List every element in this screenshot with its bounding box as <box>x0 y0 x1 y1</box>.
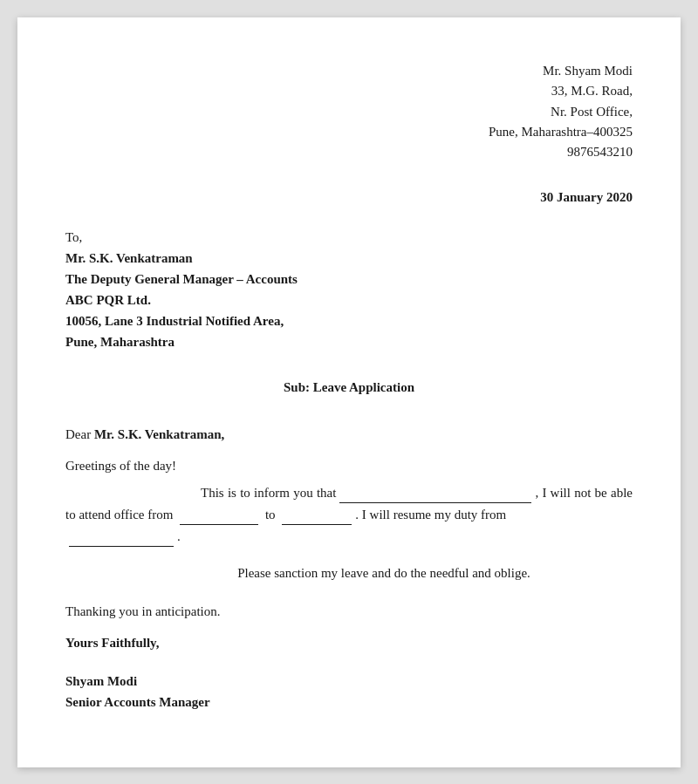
recipient-title: The Deputy General Manager – Accounts <box>65 272 298 286</box>
thanking-block: Thanking you in anticipation. <box>65 601 633 622</box>
salutation-text: Dear <box>65 427 94 441</box>
sender-address-line3: Pune, Maharashtra–400325 <box>489 125 633 139</box>
salutation-block: Dear Mr. S.K. Venkatraman, <box>65 424 633 445</box>
yours-faithfully-block: Yours Faithfully, <box>65 632 633 653</box>
recipient-name: Mr. S.K. Venkatraman <box>65 251 193 265</box>
sender-name: Mr. Shyam Modi <box>543 64 633 78</box>
recipient-company: ABC PQR Ltd. <box>65 293 151 307</box>
signatory-title-block: Senior Accounts Manager <box>65 692 633 712</box>
blank-from-date <box>180 503 258 525</box>
subject-text: Sub: Leave Application <box>284 380 414 394</box>
recipient-block: To, Mr. S.K. Venkatraman The Deputy Gene… <box>65 227 633 352</box>
signatory-title: Senior Accounts Manager <box>65 695 210 709</box>
salutation-name: Mr. S.K. Venkatraman, <box>94 427 224 441</box>
letter-page: Mr. Shyam Modi 33, M.G. Road, Nr. Post O… <box>17 17 681 767</box>
date-block: 30 January 2020 <box>65 187 633 208</box>
subject-block: Sub: Leave Application <box>65 377 633 398</box>
blank-resume-date <box>69 525 174 547</box>
body-paragraph1: This is to inform you that , I will not … <box>65 481 633 525</box>
sender-address-line2: Nr. Post Office, <box>551 105 633 119</box>
greeting-line: Greetings of the day! <box>65 455 633 476</box>
signatory-name-block: Shyam Modi <box>65 671 633 692</box>
body-paragraph1-continued: . <box>65 525 633 547</box>
body-paragraph2: Please sanction my leave and do the need… <box>65 562 633 583</box>
yours-faithfully-text: Yours Faithfully, <box>65 636 160 650</box>
sender-phone: 9876543210 <box>567 145 633 159</box>
paragraph2-text: Please sanction my leave and do the need… <box>237 566 530 580</box>
recipient-address2: Pune, Maharashtra <box>65 335 174 349</box>
closing-section: Thanking you in anticipation. Yours Fait… <box>65 601 633 653</box>
p1-before-blank: This is to inform you that <box>201 486 336 500</box>
to-label: To, <box>65 227 633 248</box>
sender-block: Mr. Shyam Modi 33, M.G. Road, Nr. Post O… <box>65 61 633 162</box>
greeting-text: Greetings of the day! <box>65 459 176 473</box>
p1-resume: . I will resume my duty from <box>355 508 506 522</box>
sender-address-line1: 33, M.G. Road, <box>551 84 633 98</box>
thanking-text: Thanking you in anticipation. <box>65 604 220 618</box>
signatory-name: Shyam Modi <box>65 674 137 688</box>
letter-date: 30 January 2020 <box>540 190 633 204</box>
blank-name <box>339 481 531 503</box>
p1-end-period: . <box>177 529 181 543</box>
p1-to: to <box>265 508 276 522</box>
signature-section: Shyam Modi Senior Accounts Manager <box>65 671 633 712</box>
blank-to-date <box>282 503 352 525</box>
paragraph1-intro: This is to inform you that , I will not … <box>65 486 633 522</box>
body-section: Greetings of the day! This is to inform … <box>65 455 633 583</box>
recipient-address1: 10056, Lane 3 Industrial Notified Area, <box>65 314 284 328</box>
